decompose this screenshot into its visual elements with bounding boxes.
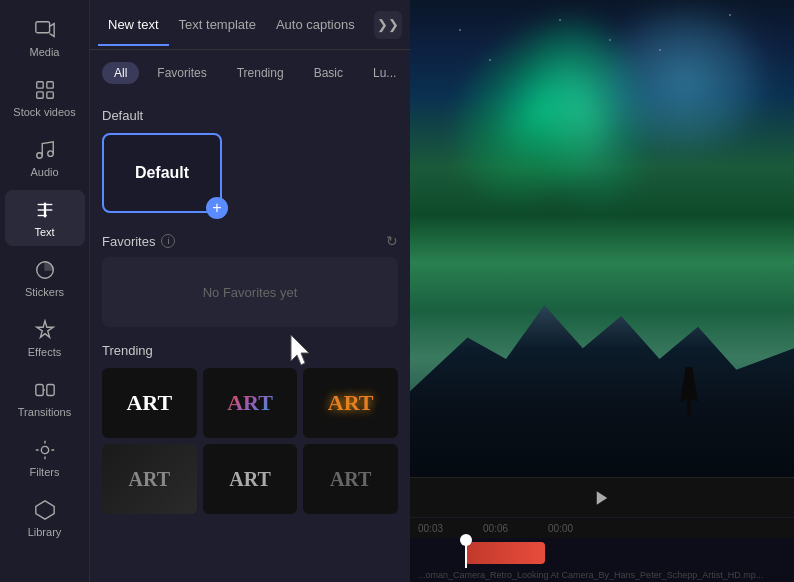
- sidebar-item-transitions[interactable]: Transitions: [5, 370, 85, 426]
- stock-icon: [33, 78, 57, 102]
- tab-new-text[interactable]: New text: [98, 3, 169, 46]
- mountain-snow: [410, 262, 794, 477]
- sidebar-item-filters-label: Filters: [30, 466, 60, 478]
- svg-rect-13: [46, 385, 53, 396]
- scene-bottom: [410, 262, 794, 477]
- favorites-title: Favorites: [102, 234, 155, 249]
- filter-row: All Favorites Trending Basic Lu... ▾: [90, 50, 410, 96]
- svg-rect-3: [36, 92, 42, 98]
- filter-lu-button[interactable]: Lu...: [361, 62, 408, 84]
- svg-marker-15: [35, 501, 53, 519]
- filter-favorites-button[interactable]: Favorites: [145, 62, 218, 84]
- text-icon: [33, 198, 57, 222]
- svg-rect-0: [35, 22, 49, 33]
- tabs-bar: New text Text template Auto captions ❯❯: [90, 0, 410, 50]
- main-panel: New text Text template Auto captions ❯❯ …: [90, 0, 410, 582]
- play-button[interactable]: [588, 484, 616, 512]
- sidebar-item-library-label: Library: [28, 526, 62, 538]
- audio-icon: [33, 138, 57, 162]
- playhead: [465, 538, 467, 568]
- default-section-title: Default: [102, 108, 398, 123]
- sidebar-item-media[interactable]: Media: [5, 10, 85, 66]
- sidebar-item-filters[interactable]: Filters: [5, 430, 85, 486]
- stickers-icon: [33, 258, 57, 282]
- sidebar-item-stock-label: Stock videos: [13, 106, 75, 118]
- sidebar-item-effects[interactable]: Effects: [5, 310, 85, 366]
- time-mark-2: 00:06: [483, 523, 508, 534]
- sidebar-item-text[interactable]: Text: [5, 190, 85, 246]
- tabs-more-button[interactable]: ❯❯: [374, 11, 402, 39]
- library-icon: [33, 498, 57, 522]
- bottom-item-1[interactable]: ART: [203, 444, 298, 514]
- video-preview: [410, 0, 794, 477]
- person-silhouette: [680, 367, 698, 417]
- cursor-arrow: [287, 333, 317, 369]
- filter-basic-button[interactable]: Basic: [302, 62, 355, 84]
- video-panel: 00:03 00:06 00:00 ...oman_Camera_Retro_L…: [410, 0, 794, 582]
- default-text-item[interactable]: Default +: [102, 133, 222, 213]
- default-add-button[interactable]: +: [206, 197, 228, 219]
- sidebar-item-stickers[interactable]: Stickers: [5, 250, 85, 306]
- aurora-3: [587, 0, 780, 168]
- time-mark-1: 00:03: [418, 523, 443, 534]
- sidebar-item-stock[interactable]: Stock videos: [5, 70, 85, 126]
- sidebar-item-text-label: Text: [34, 226, 54, 238]
- sidebar-item-media-label: Media: [30, 46, 60, 58]
- trending-item-2[interactable]: ART: [303, 368, 398, 438]
- play-bar: [410, 477, 794, 517]
- playhead-dot: [460, 534, 472, 546]
- trending-section-title: Trending: [102, 343, 398, 358]
- transitions-icon: [33, 378, 57, 402]
- svg-point-5: [36, 153, 42, 159]
- timeline: 00:03 00:06 00:00 ...oman_Camera_Retro_L…: [410, 517, 794, 582]
- svg-marker-16: [597, 491, 608, 505]
- favorites-refresh-icon[interactable]: ↻: [386, 233, 398, 249]
- media-icon: [33, 18, 57, 42]
- sidebar-item-effects-label: Effects: [28, 346, 61, 358]
- favorites-info-icon[interactable]: i: [161, 234, 175, 248]
- sidebar-item-audio[interactable]: Audio: [5, 130, 85, 186]
- video-container: [410, 0, 794, 477]
- tab-auto-captions[interactable]: Auto captions: [266, 3, 365, 46]
- trending-item-1[interactable]: ART: [203, 368, 298, 438]
- sidebar: Media Stock videos Audio Text Stickers E…: [0, 0, 90, 582]
- svg-point-14: [41, 446, 48, 453]
- timeline-clip-label: ...oman_Camera_Retro_Looking At Camera_B…: [418, 570, 786, 580]
- content-area: Default Default + Favorites i ↻ No Favor…: [90, 96, 410, 582]
- svg-rect-12: [35, 385, 42, 396]
- filters-icon: [33, 438, 57, 462]
- sidebar-item-library[interactable]: Library: [5, 490, 85, 546]
- sidebar-item-transitions-label: Transitions: [18, 406, 71, 418]
- bottom-item-0[interactable]: ART: [102, 444, 197, 514]
- sidebar-item-stickers-label: Stickers: [25, 286, 64, 298]
- svg-rect-1: [36, 82, 42, 88]
- svg-rect-2: [46, 82, 52, 88]
- filter-all-button[interactable]: All: [102, 62, 139, 84]
- favorites-empty-message: No Favorites yet: [102, 257, 398, 327]
- bottom-grid: ART ART ART: [102, 444, 398, 514]
- svg-point-6: [47, 151, 53, 157]
- timeline-track[interactable]: [410, 538, 794, 568]
- favorites-section-header: Favorites i ↻: [102, 233, 398, 249]
- trending-item-0[interactable]: ART: [102, 368, 197, 438]
- effects-icon: [33, 318, 57, 342]
- time-mark-3: 00:00: [548, 523, 573, 534]
- sidebar-item-audio-label: Audio: [30, 166, 58, 178]
- track-clip[interactable]: [465, 542, 545, 564]
- trending-grid: ART ART ART: [102, 368, 398, 438]
- person-body: [680, 367, 698, 417]
- tab-text-template[interactable]: Text template: [169, 3, 266, 46]
- filter-trending-button[interactable]: Trending: [225, 62, 296, 84]
- default-item-label: Default: [135, 164, 189, 182]
- bottom-item-2[interactable]: ART: [303, 444, 398, 514]
- svg-rect-4: [46, 92, 52, 98]
